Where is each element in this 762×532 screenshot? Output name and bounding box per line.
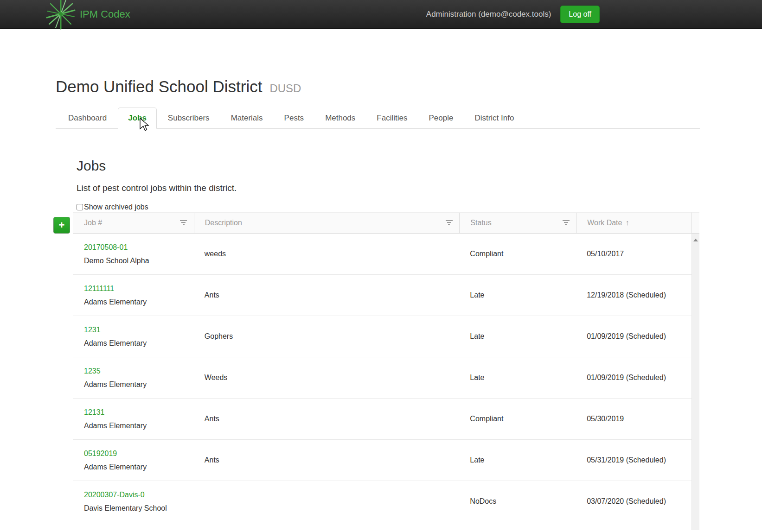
table-row: 1235 Adams Elementary Weeds Late 01/09/2… (73, 357, 692, 399)
section-heading: Jobs (77, 158, 700, 174)
scroll-up-arrow-icon[interactable] (693, 239, 698, 241)
table-row: 1231 Adams Elementary Gophers Late 01/09… (73, 316, 692, 357)
job-work-date: 01/09/2019 (Scheduled) (576, 357, 692, 398)
job-number-link[interactable]: 20200307-Davis-0 (84, 491, 145, 499)
column-label: Work Date (587, 219, 622, 227)
job-number-link[interactable]: 05192019 (84, 450, 117, 458)
page: { "header": { "brand": "IPM Codex", "use… (0, 0, 762, 532)
job-work-date: 05/30/2019 (576, 399, 692, 439)
job-number-link[interactable]: 20170508-01 (84, 243, 128, 252)
tab-methods[interactable]: Methods (315, 108, 365, 129)
tab-jobs[interactable]: Jobs (118, 108, 157, 129)
scrollbar-header-spacer (692, 212, 699, 234)
table-scrollbar[interactable] (692, 212, 699, 530)
tab-materials[interactable]: Materials (221, 108, 273, 129)
facility-name: Adams Elementary (84, 339, 147, 348)
job-description: Ants (194, 399, 460, 439)
job-status: Late (459, 316, 576, 357)
job-status: Late (459, 275, 576, 316)
job-description: Ants (194, 440, 460, 481)
job-work-date: 01/09/2019 (Scheduled) (576, 316, 692, 357)
district-code: DUSD (269, 82, 301, 95)
job-status: Compliant (459, 399, 576, 439)
starburst-logo-icon (45, 0, 76, 29)
add-job-button[interactable]: + (53, 217, 70, 234)
brand-name: IPM Codex (80, 8, 130, 20)
job-work-date: 12/19/2018 (Scheduled) (576, 275, 692, 316)
filter-icon[interactable] (562, 220, 570, 226)
show-archived-row: Show archived jobs (77, 203, 700, 212)
table-row: 20170508-01 Demo School Alpha weeds Comp… (73, 234, 692, 275)
job-number-link[interactable]: 12131 (84, 408, 105, 417)
job-work-date: 05/31/2019 (Scheduled) (576, 440, 692, 481)
filter-icon[interactable] (445, 220, 453, 226)
district-name: Demo Unified School District (56, 77, 262, 95)
column-label: Description (205, 219, 242, 227)
job-status: NoDocs (459, 481, 576, 522)
job-description: weeds (194, 234, 460, 274)
job-work-date: 03/07/2020 (Scheduled) (576, 481, 692, 522)
tab-dashboard[interactable]: Dashboard (58, 108, 117, 129)
jobs-table-header: Job # Description Status Work Date ↑ (73, 212, 692, 234)
job-status: Late (459, 357, 576, 398)
column-header-work-date[interactable]: Work Date ↑ (576, 213, 692, 233)
job-description (194, 481, 460, 522)
job-status: Late (459, 440, 576, 481)
tab-pests[interactable]: Pests (274, 108, 314, 129)
show-archived-checkbox[interactable] (77, 204, 83, 210)
tabs: DashboardJobsSubscribersMaterialsPestsMe… (56, 108, 700, 129)
tab-subscribers[interactable]: Subscribers (158, 108, 220, 129)
table-row: 12131 Adams Elementary Ants Compliant 05… (73, 399, 692, 440)
log-off-button[interactable]: Log off (560, 6, 600, 23)
job-number-link[interactable]: 1235 (84, 367, 101, 375)
table-row: 20200307-Davis-0 Davis Elementary School… (73, 481, 692, 522)
top-navbar: IPM Codex Administration (demo@codex.too… (0, 0, 762, 29)
brand[interactable]: IPM Codex (45, 0, 130, 29)
job-description: Gophers (194, 316, 460, 357)
job-number-link[interactable]: 1231 (84, 326, 101, 334)
logged-in-user: Administration (demo@codex.tools) (426, 10, 551, 19)
job-description: Ants (194, 275, 460, 316)
column-label: Status (470, 219, 491, 227)
tab-facilities[interactable]: Facilities (366, 108, 417, 129)
facility-name: Demo School Alpha (84, 257, 149, 265)
tab-district-info[interactable]: District Info (464, 108, 524, 129)
show-archived-label: Show archived jobs (84, 203, 148, 211)
facility-name: Adams Elementary (84, 298, 147, 306)
district-title: Demo Unified School DistrictDUSD (56, 77, 700, 95)
facility-name: Adams Elementary (84, 422, 147, 430)
jobs-table: Job # Description Status Work Date ↑ 20 (73, 212, 700, 530)
tab-people[interactable]: People (418, 108, 463, 129)
facility-name: Adams Elementary (84, 463, 147, 471)
column-header-job-number[interactable]: Job # (73, 213, 194, 233)
job-number-link[interactable]: 12111111 (84, 285, 114, 293)
scrollbar-track[interactable] (692, 234, 699, 530)
sort-ascending-icon: ↑ (625, 219, 629, 227)
facility-name: Adams Elementary (84, 380, 147, 389)
table-row: 12111111 Adams Elementary Ants Late 12/1… (73, 275, 692, 316)
job-description: Weeds (194, 357, 460, 398)
job-work-date: 05/10/2017 (576, 234, 692, 274)
section-description: List of pest control jobs within the dis… (77, 183, 700, 193)
partial-next-row (73, 522, 692, 530)
column-header-description[interactable]: Description (194, 213, 460, 233)
column-header-status[interactable]: Status (459, 213, 576, 233)
table-row: 05192019 Adams Elementary Ants Late 05/3… (73, 440, 692, 481)
filter-icon[interactable] (180, 220, 187, 226)
column-label: Job # (84, 219, 102, 227)
job-status: Compliant (459, 234, 576, 274)
facility-name: Davis Elementary School (84, 504, 167, 513)
jobs-table-body: 20170508-01 Demo School Alpha weeds Comp… (73, 234, 692, 522)
